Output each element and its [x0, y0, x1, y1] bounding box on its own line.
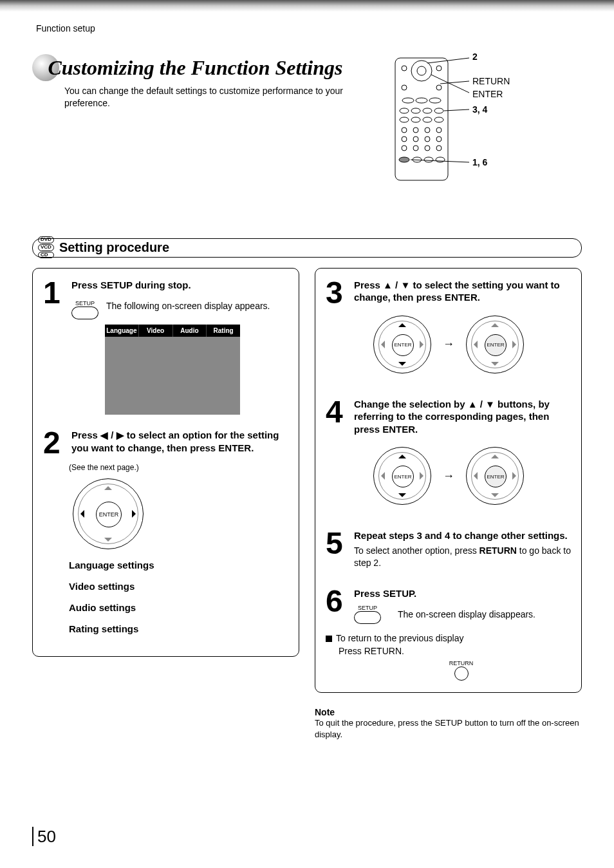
svg-point-17: [434, 117, 443, 122]
svg-point-26: [402, 146, 407, 151]
arrow-right-icon: →: [443, 469, 454, 483]
osd-screen: Language Video Audio Rating: [105, 325, 240, 415]
step6-title: Press SETUP.: [354, 587, 571, 600]
svg-point-20: [425, 127, 430, 133]
callout-16: 1, 6: [472, 157, 487, 167]
circle-button-icon: [454, 666, 469, 681]
svg-point-12: [423, 108, 432, 113]
step-5: 5 Repeat steps 3 and 4 to change other s…: [326, 529, 571, 569]
svg-point-10: [400, 108, 409, 113]
setup-button-icon-6: SETUP: [354, 605, 381, 624]
step4-number: 4: [326, 398, 348, 512]
svg-point-8: [416, 98, 427, 103]
step1-body: The following on-screen display appears.: [106, 300, 270, 312]
svg-point-15: [411, 117, 420, 122]
step3-title: Press ▲ / ▼ to select the setting you wa…: [354, 279, 571, 304]
section-bar: DVD VCD CD Setting procedure: [32, 238, 582, 258]
see-next-page: (See the next page.): [69, 463, 288, 472]
svg-point-11: [411, 108, 420, 113]
step-3: 3 Press ▲ / ▼ to select the setting you …: [326, 279, 571, 380]
page-title: Customizing the Function Settings: [48, 56, 342, 79]
step2-title: Press ◀ / ▶ to select an option for the …: [71, 429, 288, 454]
step5-body-pre: To select another option, press: [354, 545, 479, 556]
step2-number: 2: [43, 429, 65, 457]
top-gradient: [0, 0, 614, 12]
step5-body: To select another option, press RETURN t…: [354, 545, 571, 569]
setup-label-6: SETUP: [358, 605, 377, 611]
disc-vcd: VCD: [38, 244, 54, 251]
navpad-step2: ENTER: [73, 478, 144, 549]
step-6: 6 Press SETUP. SETUP The on-screen displ…: [326, 587, 571, 625]
enter-center-3a: ENTER: [392, 334, 414, 356]
svg-point-27: [413, 146, 418, 151]
setting-audio: Audio settings: [69, 602, 288, 613]
svg-point-28: [425, 146, 430, 151]
step5-title: Repeat steps 3 and 4 to change other set…: [354, 529, 571, 542]
svg-point-32: [424, 157, 433, 162]
svg-point-24: [425, 137, 430, 142]
navpad-step4a: ENTER: [373, 447, 431, 505]
left-box: 1 Press SETUP during stop. SETUP The fol…: [32, 268, 299, 657]
return-block: To return to the previous display Press …: [326, 633, 571, 681]
svg-line-34: [427, 58, 469, 63]
navpad-step3b: ENTER: [466, 316, 524, 373]
svg-point-3: [411, 61, 432, 81]
svg-point-6: [436, 85, 442, 90]
svg-point-4: [417, 66, 426, 75]
step5-body-bold: RETURN: [479, 545, 517, 556]
disc-badges: DVD VCD CD: [38, 236, 54, 259]
svg-point-21: [436, 127, 442, 133]
step3-number: 3: [326, 279, 348, 380]
enter-center-3b: ENTER: [485, 334, 507, 356]
svg-point-23: [413, 137, 418, 142]
navpad-step3a: ENTER: [373, 316, 431, 373]
osd-tab-language: Language: [105, 325, 139, 337]
oval-button-icon: [71, 307, 98, 319]
arrow-right-icon: →: [443, 337, 454, 351]
svg-line-35: [440, 81, 469, 84]
settings-list: Language settings Video settings Audio s…: [69, 560, 288, 634]
svg-point-14: [400, 117, 409, 122]
setup-button-icon: SETUP: [71, 300, 98, 319]
setting-rating: Rating settings: [69, 623, 288, 634]
svg-point-19: [413, 127, 418, 133]
osd-tab-rating: Rating: [207, 325, 240, 337]
page-number: 50: [32, 827, 56, 846]
svg-point-5: [402, 85, 407, 90]
disc-cd: CD: [38, 252, 54, 259]
callout-return: RETURN: [472, 76, 510, 86]
note-block: Note To quit the procedure, press the SE…: [315, 707, 582, 740]
svg-point-29: [436, 146, 442, 151]
disc-dvd: DVD: [38, 236, 54, 243]
remote-diagram: 2 RETURN ENTER 3, 4 1, 6: [389, 52, 575, 189]
navpad-step4b: ENTER: [466, 447, 524, 505]
note-heading: Note: [315, 707, 582, 717]
callout-2: 2: [472, 52, 478, 62]
right-box: 3 Press ▲ / ▼ to select the setting you …: [315, 268, 582, 693]
step5-number: 5: [326, 529, 348, 569]
oval-button-icon: [354, 611, 381, 624]
square-bullet-icon: [326, 636, 332, 642]
breadcrumb: Function setup: [36, 23, 582, 33]
step-4: 4 Change the selection by ▲ / ▼ buttons,…: [326, 398, 571, 512]
return-body: Press RETURN.: [339, 646, 571, 656]
page-subtitle: You can change the default settings to c…: [64, 85, 354, 109]
svg-point-2: [436, 66, 442, 71]
svg-point-9: [429, 98, 441, 103]
return-button-icon: RETURN: [351, 660, 571, 681]
setting-video: Video settings: [69, 581, 288, 592]
osd-tab-audio: Audio: [173, 325, 207, 337]
setup-label: SETUP: [75, 300, 95, 307]
svg-point-7: [402, 98, 414, 103]
step6-body: The on-screen display disappears.: [398, 609, 535, 621]
svg-point-13: [434, 108, 443, 113]
svg-point-22: [402, 137, 407, 142]
svg-point-18: [402, 127, 407, 133]
svg-point-25: [436, 137, 442, 142]
step4-title: Change the selection by ▲ / ▼ buttons, b…: [354, 398, 571, 436]
section-title: Setting procedure: [59, 240, 169, 255]
setting-language: Language settings: [69, 560, 288, 571]
callout-34: 3, 4: [472, 104, 487, 115]
note-body: To quit the procedure, press the SETUP b…: [315, 717, 582, 740]
svg-point-30: [399, 157, 409, 162]
